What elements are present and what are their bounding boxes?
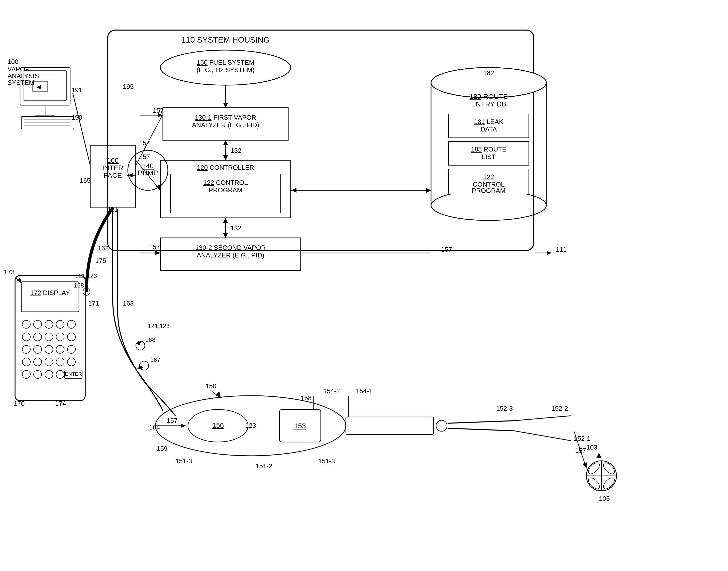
pump-label: PUMP: [138, 169, 158, 177]
ref-132b: 132: [231, 224, 241, 232]
ref-171: 171: [88, 300, 99, 307]
ref-123: 123: [245, 422, 256, 429]
route-entry-label: 180 ROUTE: [470, 93, 508, 100]
ref-150-probe: 150: [205, 382, 216, 390]
fuel-system-label2: (E.G., H2 SYSTEM): [196, 66, 254, 74]
controller-label: 120 CONTROLLER: [197, 164, 254, 171]
ref-156-label: 156: [212, 422, 224, 429]
ref-153-label: 153: [294, 422, 306, 430]
ref-157c: 157: [139, 139, 150, 147]
pump-label-num: 140: [142, 162, 154, 170]
ref-191: 191: [71, 86, 82, 94]
interface-label2: FACE: [103, 172, 122, 179]
ref-165: 165: [80, 177, 90, 184]
background: [0, 0, 728, 571]
enter-button-label[interactable]: ENTER: [65, 371, 82, 377]
ref-164: 164: [149, 424, 160, 431]
ref-100: 100: [7, 58, 18, 66]
vapor-analysis-3: SYSTEM: [7, 79, 34, 86]
ref-159: 159: [157, 445, 167, 452]
ref-157d: 157: [441, 246, 452, 253]
ref-152-2: 152-2: [551, 405, 568, 412]
leak-data-label: 181 LEAK: [474, 118, 504, 125]
first-vapor-label: 130-1 FIRST VAPOR: [195, 114, 256, 121]
ref-111: 111: [556, 246, 567, 253]
ref-190: 190: [71, 114, 82, 121]
db-182-label: 182: [483, 69, 494, 77]
interface-label1: INTER: [102, 164, 123, 172]
ref-105: 105: [599, 495, 610, 502]
ref-151-2: 151-2: [256, 462, 272, 470]
ref-170: 170: [14, 400, 24, 407]
ref-158: 158: [301, 394, 311, 402]
handheld-display-label: 172 DISPLAY: [30, 289, 70, 297]
ref-173: 173: [4, 268, 14, 276]
control-program-label2: PROGRAM: [209, 186, 242, 194]
vapor-analysis-1: VAPOR: [7, 66, 30, 73]
ref-157-valve: 157: [575, 447, 586, 454]
system-diagram: 110 SYSTEM HOUSING 150 FUEL SYSTEM (E.G.…: [0, 0, 728, 571]
ref-132a: 132: [231, 147, 241, 154]
vapor-analysis-2: ANALYSIS: [7, 72, 39, 80]
route-list-label2: LIST: [482, 153, 496, 160]
ref-121-123a: 121,123: [75, 272, 97, 279]
ref-151-3b: 151-3: [318, 457, 335, 465]
ref-152-3: 152-3: [496, 405, 513, 412]
fuel-system-label: 150 FUEL SYSTEM: [197, 59, 254, 66]
ref-157-if: 157: [139, 153, 150, 160]
ref-168b: 168: [145, 336, 155, 343]
ref-121-123b: 121,123: [148, 323, 170, 329]
ref-162: 162: [98, 244, 108, 252]
control-program-label: 122 CONTROL: [203, 179, 248, 186]
ref-168a: 168: [74, 282, 84, 289]
interface-label-num: 160: [107, 156, 119, 164]
ref-167: 167: [150, 356, 160, 363]
ref-157a: 157: [153, 107, 164, 114]
control-program-db-label3: PROGRAM: [472, 187, 506, 194]
ref-157-probe: 157: [167, 417, 177, 424]
ref-174: 174: [55, 400, 66, 407]
ref-151-3a: 151-3: [175, 457, 192, 465]
ref-157b: 157: [149, 243, 160, 251]
ref-103: 103: [586, 444, 597, 451]
first-vapor-label2: ANALYZER (E.G., FID): [192, 121, 259, 129]
ref-195: 195: [123, 83, 133, 90]
ref-175: 175: [95, 257, 106, 264]
ref-163: 163: [123, 300, 133, 307]
system-housing-label: 110 SYSTEM HOUSING: [181, 35, 270, 44]
second-vapor-label: 130-2 SECOND VAPOR: [195, 244, 266, 251]
second-vapor-label2: ANALYZER (E.G., PID): [197, 251, 264, 259]
control-program-db-label: 122: [483, 173, 494, 181]
ref-154-2: 154-2: [323, 387, 340, 395]
leak-data-label2: DATA: [480, 125, 497, 133]
ref-154-1: 154-1: [356, 387, 373, 395]
route-list-label: 185 ROUTE: [471, 145, 507, 153]
route-entry-label2: ENTRY DB: [471, 100, 507, 108]
